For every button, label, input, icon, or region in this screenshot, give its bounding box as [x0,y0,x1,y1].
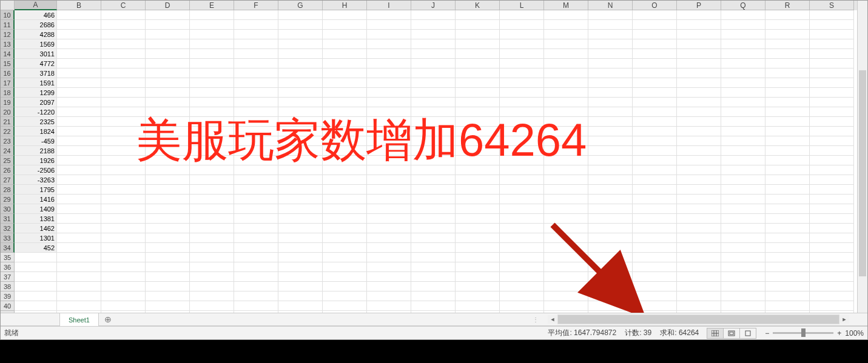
cell[interactable] [633,88,677,98]
cell[interactable] [190,59,234,68]
cell[interactable] [588,117,633,127]
cell[interactable] [101,282,146,291]
cell[interactable] [323,291,367,301]
cell[interactable] [190,78,234,88]
cell[interactable] [456,146,500,156]
cell[interactable] [411,78,456,88]
cell[interactable] [588,30,633,39]
cell[interactable] [411,282,456,291]
row-header-36[interactable]: 36 [1,262,15,272]
cell[interactable] [810,39,854,49]
row-header-25[interactable]: 25 [1,156,15,165]
cell[interactable] [278,233,323,243]
cell[interactable] [500,282,544,291]
cell[interactable] [677,117,721,127]
cell[interactable] [323,214,367,224]
cell[interactable] [500,136,544,146]
cell[interactable] [500,165,544,175]
cell[interactable] [190,282,234,291]
cell[interactable] [146,59,190,68]
cell[interactable] [101,136,146,146]
cell[interactable] [633,68,677,78]
cell[interactable] [323,272,367,282]
cell[interactable] [101,127,146,136]
cell[interactable] [411,88,456,98]
cell[interactable] [456,301,500,311]
cell[interactable] [810,262,854,272]
view-page-layout-button[interactable] [723,328,740,339]
cell[interactable] [101,253,146,262]
cell[interactable] [810,301,854,311]
cell[interactable] [278,88,323,98]
cell[interactable] [411,195,456,204]
cell[interactable] [810,146,854,156]
cell[interactable] [190,195,234,204]
cell[interactable] [234,195,278,204]
cell[interactable] [57,195,101,204]
column-header-c[interactable]: C [101,1,146,10]
cell[interactable] [765,165,810,175]
cell[interactable] [101,165,146,175]
cell[interactable] [456,282,500,291]
cell[interactable]: -459 [15,136,57,146]
cell[interactable]: 1381 [15,214,57,224]
cell[interactable] [146,195,190,204]
cell[interactable] [765,146,810,156]
cell[interactable] [57,262,101,272]
cell[interactable] [367,136,411,146]
cell[interactable] [367,291,411,301]
cell[interactable] [588,156,633,165]
cell[interactable] [721,156,765,165]
cell[interactable] [677,165,721,175]
cell[interactable] [411,301,456,311]
cell[interactable] [500,156,544,165]
cell[interactable] [456,49,500,59]
cell[interactable] [677,291,721,301]
cell[interactable] [633,59,677,68]
cell[interactable] [367,175,411,185]
cell[interactable] [411,204,456,214]
cell[interactable] [234,175,278,185]
cell[interactable] [677,10,721,20]
cell[interactable] [367,224,411,233]
cell[interactable] [234,30,278,39]
cell[interactable] [278,253,323,262]
cell[interactable] [411,68,456,78]
cell[interactable] [367,272,411,282]
cell[interactable] [190,20,234,30]
cell[interactable]: 1409 [15,204,57,214]
cell[interactable] [588,88,633,98]
cell[interactable] [15,262,57,272]
cell[interactable] [57,30,101,39]
cell[interactable] [677,30,721,39]
cell[interactable] [190,165,234,175]
cell[interactable] [588,165,633,175]
cell[interactable] [588,291,633,301]
cell[interactable] [234,204,278,214]
cell[interactable] [588,243,633,253]
cell[interactable] [234,165,278,175]
cell[interactable] [544,117,588,127]
cell[interactable] [500,78,544,88]
cell[interactable] [101,175,146,185]
cell[interactable] [765,224,810,233]
cell[interactable] [456,98,500,107]
cell[interactable]: 1795 [15,185,57,195]
cell[interactable] [677,146,721,156]
cell[interactable] [57,98,101,107]
cell[interactable] [234,156,278,165]
cell[interactable] [234,291,278,301]
column-header-n[interactable]: N [588,1,633,10]
cell[interactable] [810,49,854,59]
cell[interactable]: 1301 [15,233,57,243]
cell[interactable] [278,30,323,39]
cell[interactable] [323,49,367,59]
row-header-39[interactable]: 39 [1,291,15,301]
cell[interactable] [146,165,190,175]
cell[interactable] [544,224,588,233]
cell[interactable] [765,204,810,214]
cell[interactable] [57,49,101,59]
cell[interactable] [456,262,500,272]
cell[interactable] [146,243,190,253]
cell[interactable] [500,175,544,185]
